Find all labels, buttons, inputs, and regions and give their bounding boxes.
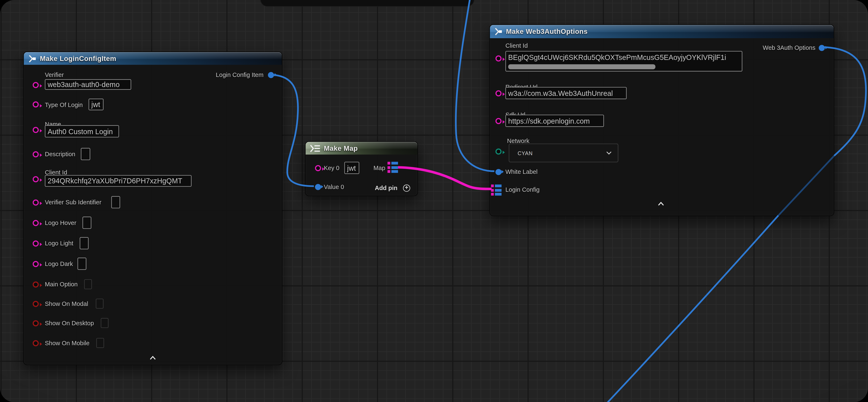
wire-web3auth-output-diagonal[interactable] xyxy=(607,216,778,402)
logo-dark-field[interactable] xyxy=(78,258,86,270)
pin-main-option[interactable] xyxy=(32,281,38,287)
pin-label-show-on-modal: Show On Modal xyxy=(45,300,88,307)
pin-client-id[interactable] xyxy=(32,176,38,182)
main-option-checkbox[interactable] xyxy=(84,279,92,289)
pin-label-value-0: Value 0 xyxy=(324,183,344,190)
pin-white-label[interactable] xyxy=(495,169,501,175)
pin-label-login-config: Login Config xyxy=(505,186,540,193)
pin-label-main-option: Main Option xyxy=(45,281,78,288)
pin-redirect-url[interactable] xyxy=(495,90,501,96)
collapse-chevron-up-icon[interactable] xyxy=(150,356,156,360)
node-title: Make LoginConfigItem xyxy=(40,55,116,62)
node-header[interactable]: Make Map xyxy=(306,142,417,155)
pin-value-0[interactable] xyxy=(315,184,321,190)
pin-show-on-mobile[interactable] xyxy=(32,340,38,346)
make-map-icon xyxy=(309,144,320,153)
description-field[interactable] xyxy=(81,148,90,160)
make-struct-icon xyxy=(28,54,37,63)
network-dropdown[interactable]: CYAN xyxy=(509,144,618,163)
pin-label-network: Network xyxy=(507,138,529,144)
pin-name[interactable] xyxy=(32,126,38,133)
output-pin-login-config-item[interactable] xyxy=(268,72,274,78)
pin-label-type-of-login: Type Of Login xyxy=(45,101,83,108)
node-make-web3authoptions[interactable]: Make Web3AuthOptions Web 3Auth Options C… xyxy=(490,24,834,216)
show-on-modal-checkbox[interactable] xyxy=(96,298,103,309)
map-output-pin[interactable] xyxy=(388,162,398,173)
logo-light-field[interactable] xyxy=(80,237,88,249)
pin-logo-light[interactable] xyxy=(32,240,38,246)
pin-client-id[interactable] xyxy=(495,55,501,61)
pin-logo-dark[interactable] xyxy=(32,261,38,267)
make-struct-icon xyxy=(494,27,503,36)
add-pin-button[interactable]: Add pin xyxy=(375,184,398,191)
top-panel-edge xyxy=(260,0,474,7)
show-on-desktop-checkbox[interactable] xyxy=(101,318,108,328)
node-make-map[interactable]: Make Map Key 0 jwt Map Value 0 Add pin + xyxy=(305,141,418,196)
name-field[interactable]: Auth0 Custom Login xyxy=(45,125,119,138)
pin-label-client-id: Client Id xyxy=(505,42,528,49)
pin-network[interactable] xyxy=(495,148,501,154)
pin-verifier[interactable] xyxy=(32,82,38,88)
pin-label-show-on-desktop: Show On Desktop xyxy=(45,320,94,326)
pin-label-show-on-mobile: Show On Mobile xyxy=(45,340,90,346)
client-id-field[interactable]: BEglQSgt4cUWcj6SKRdu5QkOXTsePmMcusG5EAoy… xyxy=(505,51,742,71)
output-pin-label: Web 3Auth Options xyxy=(763,45,815,51)
pin-sdk-url[interactable] xyxy=(495,118,501,124)
output-pin-label: Login Config Item xyxy=(216,71,264,78)
verifier-field[interactable]: web3auth-auth0-demo xyxy=(45,79,131,90)
node-header[interactable]: Make LoginConfigItem xyxy=(24,52,282,65)
app-window: Make LoginConfigItem Login Config Item V… xyxy=(0,0,868,402)
pin-label-verifier: Verifier xyxy=(45,71,64,78)
pin-label-description: Description xyxy=(45,151,75,157)
horizontal-scrollbar[interactable] xyxy=(508,64,655,69)
pin-key-0[interactable] xyxy=(315,165,321,171)
pin-type-of-login[interactable] xyxy=(32,101,38,108)
pin-verifier-sub-identifier[interactable] xyxy=(32,199,38,205)
redirect-url-field[interactable]: w3a://com.w3a.Web3AuthUnreal xyxy=(505,87,627,99)
verifier-sub-identifier-field[interactable] xyxy=(111,196,120,208)
node-header[interactable]: Make Web3AuthOptions xyxy=(490,25,834,38)
pin-label-map: Map xyxy=(373,165,385,171)
login-config-map-pin[interactable] xyxy=(491,184,501,196)
pin-label-logo-light: Logo Light xyxy=(45,240,73,247)
type-of-login-field[interactable]: jwt xyxy=(89,98,103,110)
client-id-field[interactable]: 294QRkchfq2YaXUbPri7D6PH7xzHgQMT xyxy=(45,175,191,187)
pin-label-key-0: Key 0 xyxy=(324,165,339,171)
output-pin-web3auth-options[interactable] xyxy=(818,45,825,51)
add-pin-plus-icon[interactable]: + xyxy=(403,184,410,191)
pin-label-white-label: White Label xyxy=(505,168,537,175)
network-selected-value: CYAN xyxy=(518,150,533,156)
pin-label-verifier-sub-identifier: Verifier Sub Identifier xyxy=(45,199,101,206)
pin-description[interactable] xyxy=(32,151,38,157)
collapse-chevron-up-icon[interactable] xyxy=(658,202,664,206)
pin-show-on-desktop[interactable] xyxy=(32,320,38,326)
show-on-mobile-checkbox[interactable] xyxy=(96,338,104,348)
wire-top-to-white-label[interactable] xyxy=(456,0,494,171)
node-title: Make Web3AuthOptions xyxy=(506,28,588,35)
client-id-value: BEglQSgt4cUWcj6SKRdu5QkOXTsePmMcusG5EAoy… xyxy=(508,53,726,62)
key-0-field[interactable]: jwt xyxy=(344,162,359,174)
sdk-url-field[interactable]: https://sdk.openlogin.com xyxy=(505,115,604,127)
logo-hover-field[interactable] xyxy=(83,217,91,229)
pin-label-logo-dark: Logo Dark xyxy=(45,260,73,267)
node-title: Make Map xyxy=(324,144,358,152)
node-make-loginconfigitem[interactable]: Make LoginConfigItem Login Config Item V… xyxy=(23,52,282,365)
pin-label-logo-hover: Logo Hover xyxy=(45,220,76,226)
pin-show-on-modal[interactable] xyxy=(32,301,38,307)
dropdown-chevron-down-icon xyxy=(606,151,612,154)
blueprint-canvas[interactable]: Make LoginConfigItem Login Config Item V… xyxy=(0,0,868,402)
pin-logo-hover[interactable] xyxy=(32,220,38,226)
pin-label-client-id: Client Id xyxy=(45,169,67,176)
